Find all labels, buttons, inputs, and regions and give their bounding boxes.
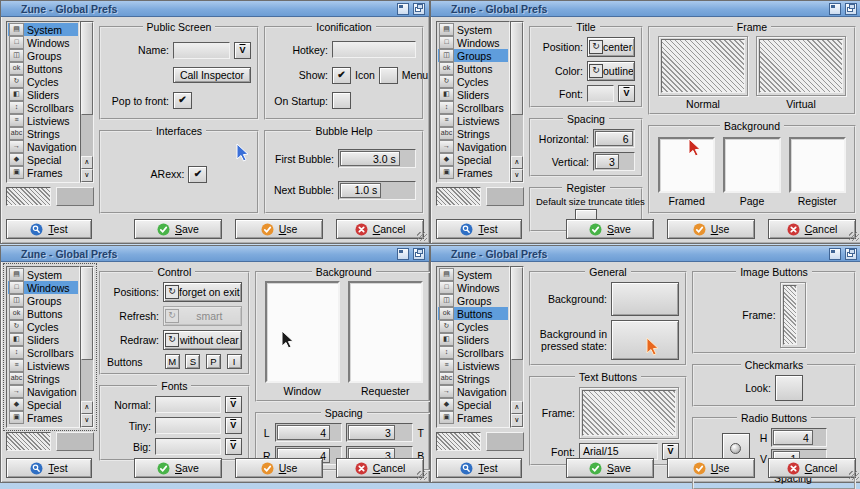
sidebar-item-system[interactable]: ▤System xyxy=(438,23,508,36)
zoom-gadget-icon[interactable] xyxy=(829,3,841,15)
sidebar-item-scrollbars[interactable]: ↕Scrollbars xyxy=(438,346,508,359)
titlebar[interactable]: Zune - Global Prefs xyxy=(431,246,860,262)
sidebar-item-system[interactable]: ▤System xyxy=(8,268,78,281)
show-menu-checkbox[interactable] xyxy=(379,67,398,84)
cancel-button[interactable]: Cancel xyxy=(336,458,424,478)
titlebar[interactable]: Zune - Global Prefs xyxy=(431,1,860,17)
sidebar-item-strings[interactable]: abcStrings xyxy=(438,372,508,385)
use-button[interactable]: Use xyxy=(235,219,323,239)
sidebar-item-groups[interactable]: ◫Groups xyxy=(8,49,78,62)
resize-grip[interactable] xyxy=(417,232,427,241)
frame-preview-virtual[interactable] xyxy=(756,36,846,96)
name-input[interactable] xyxy=(173,42,230,59)
snapshot-button-s[interactable]: S xyxy=(185,354,200,369)
sidebar-item-groups[interactable]: ◫Groups xyxy=(8,294,78,307)
zoom-gadget-icon[interactable] xyxy=(829,248,841,260)
slider-knob[interactable]: 6 xyxy=(595,131,633,146)
use-button[interactable]: Use xyxy=(235,458,323,478)
arexx-checkbox[interactable]: ✔ xyxy=(188,166,207,183)
redraw-cycle[interactable]: ↻without clear xyxy=(163,330,242,350)
vertical-spacing-slider[interactable]: 3 xyxy=(593,152,635,171)
sidebar-item-sliders[interactable]: ◧Sliders xyxy=(438,88,508,101)
hotkey-input[interactable] xyxy=(332,41,416,58)
cancel-button[interactable]: Cancel xyxy=(768,458,856,478)
scrollbar-thumb[interactable] xyxy=(81,22,93,115)
resize-grip[interactable] xyxy=(417,471,427,480)
zoom-gadget-icon[interactable] xyxy=(397,248,409,260)
popup-button-p[interactable]: P xyxy=(206,354,221,369)
sidebar-item-frames[interactable]: ▣Frames xyxy=(8,411,78,424)
sidebar-item-cycles[interactable]: ↻Cycles xyxy=(438,320,508,333)
sidebar-item-listviews[interactable]: ≡Listviews xyxy=(8,114,78,127)
scroll-up-button[interactable]: ∧ xyxy=(81,401,93,414)
sidebar-item-navigation[interactable]: →Navigation xyxy=(8,385,78,398)
sidebar-item-buttons[interactable]: okButtons xyxy=(8,62,78,75)
sidebar-item-special[interactable]: ◆Special xyxy=(8,153,78,166)
titlebar[interactable]: Zune - Global Prefs xyxy=(1,1,429,17)
depth-gadget-icon[interactable] xyxy=(845,3,857,15)
show-icon-checkbox[interactable]: ✔ xyxy=(332,67,351,84)
sidebar-item-navigation[interactable]: →Navigation xyxy=(438,140,508,153)
sidebar-item-frames[interactable]: ▣Frames xyxy=(438,166,508,179)
sidebar-item-cycles[interactable]: ↻Cycles xyxy=(8,320,78,333)
slider-knob[interactable]: 3 xyxy=(595,154,619,169)
left-spacing-slider[interactable]: 4 xyxy=(275,423,342,442)
save-button[interactable]: Save xyxy=(134,219,222,239)
scrollbar-thumb[interactable] xyxy=(511,22,523,115)
resize-grip[interactable] xyxy=(849,232,859,241)
use-button[interactable]: Use xyxy=(667,219,755,239)
sidebar-item-windows[interactable]: □Windows xyxy=(8,281,78,294)
first-bubble-slider[interactable]: 3.0 s xyxy=(338,149,416,168)
font-popup-button[interactable]: V xyxy=(618,85,635,102)
sidebar-item-special[interactable]: ◆Special xyxy=(438,153,508,166)
save-button[interactable]: Save xyxy=(134,458,222,478)
normal-font-input[interactable] xyxy=(155,396,221,413)
frame-preview-normal[interactable] xyxy=(658,36,748,96)
next-bubble-slider[interactable]: 1.0 s xyxy=(338,181,416,200)
font-input[interactable] xyxy=(587,85,614,102)
sidebar-item-frames[interactable]: ▣Frames xyxy=(8,166,78,179)
scrollbar-track[interactable] xyxy=(511,360,523,401)
sidebar-item-navigation[interactable]: →Navigation xyxy=(438,385,508,398)
pressed-background-preview[interactable] xyxy=(611,320,679,360)
button-background-preview[interactable] xyxy=(611,282,679,316)
on-startup-checkbox[interactable] xyxy=(332,92,351,109)
position-cycle[interactable]: ↻centered xyxy=(587,37,635,57)
normal-font-popup-button[interactable]: V xyxy=(225,396,242,413)
depth-gadget-icon[interactable] xyxy=(413,3,425,15)
sidebar-item-special[interactable]: ◆Special xyxy=(438,398,508,411)
checkmark-look-preview[interactable] xyxy=(775,375,803,401)
sidebar-item-cycles[interactable]: ↻Cycles xyxy=(8,75,78,88)
depth-gadget-icon[interactable] xyxy=(413,248,425,260)
sidebar-item-cycles[interactable]: ↻Cycles xyxy=(438,75,508,88)
resize-grip[interactable] xyxy=(849,471,859,480)
sidebar-item-frames[interactable]: ▣Frames xyxy=(438,411,508,424)
sidebar-item-groups[interactable]: ◫Groups xyxy=(438,294,508,307)
scrollbar-track[interactable] xyxy=(511,115,523,156)
sidebar-item-buttons[interactable]: okButtons xyxy=(438,307,508,320)
scroll-up-button[interactable]: ∧ xyxy=(511,401,523,414)
background-preview-framed[interactable] xyxy=(658,137,715,193)
sidebar-item-scrollbars[interactable]: ↕Scrollbars xyxy=(438,101,508,114)
vertical-scrollbar[interactable]: ∧ ∨ xyxy=(80,266,94,428)
color-cycle[interactable]: ↻outline xyxy=(587,61,635,81)
sidebar-item-system[interactable]: ▤System xyxy=(438,268,508,281)
top-spacing-slider[interactable]: 3 xyxy=(346,423,413,442)
sidebar-item-strings[interactable]: abcStrings xyxy=(8,127,78,140)
scroll-down-button[interactable]: ∨ xyxy=(511,169,523,182)
slider-knob[interactable]: 4 xyxy=(277,425,330,440)
cancel-button[interactable]: Cancel xyxy=(768,219,856,239)
save-button[interactable]: Save xyxy=(566,219,654,239)
call-inspector-button[interactable]: Call Inspector xyxy=(173,67,251,83)
sidebar-item-strings[interactable]: abcStrings xyxy=(438,127,508,140)
cancel-button[interactable]: Cancel xyxy=(336,219,424,239)
iconify-button-i[interactable]: I xyxy=(227,354,242,369)
background-preview-window[interactable] xyxy=(265,281,340,383)
sidebar-item-navigation[interactable]: →Navigation xyxy=(8,140,78,153)
big-font-popup-button[interactable]: V xyxy=(225,438,242,455)
titlebar[interactable]: Zune - Global Prefs xyxy=(1,246,429,262)
sidebar-item-system[interactable]: ▤System xyxy=(8,23,78,36)
sidebar-item-windows[interactable]: □Windows xyxy=(438,36,508,49)
scrollbar-track[interactable] xyxy=(81,115,93,156)
use-button[interactable]: Use xyxy=(667,458,755,478)
